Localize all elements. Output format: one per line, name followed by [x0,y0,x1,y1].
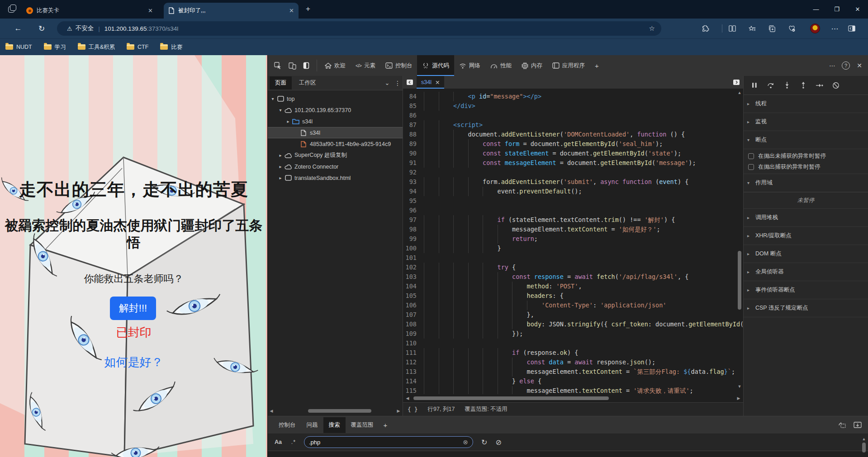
navigator-tab-workspace[interactable]: 工作区 [294,76,322,90]
devtools-tab-network[interactable]: 网络 [454,55,485,76]
drawer-tab-问题[interactable]: 问题 [301,417,323,433]
hide-navigator-icon[interactable] [403,76,417,89]
tree-item[interactable]: ▸translateSandbox.html [268,172,403,184]
pause-script-icon[interactable] [747,79,762,92]
line-number[interactable]: 106 [403,301,424,310]
line-number[interactable]: 94 [403,187,424,196]
bookmark-item-5[interactable]: 比赛 [160,43,182,51]
focus-mode-icon[interactable] [299,55,314,76]
browser-tab-1[interactable]: 比赛关卡 ✕ [22,3,157,19]
scroll-down-icon[interactable]: ▼ [737,384,742,389]
close-button[interactable]: ✕ [847,0,868,19]
devtools-close-icon[interactable]: ✕ [854,62,865,69]
scroll-up-icon[interactable]: ▲ [737,90,742,95]
tree-item[interactable]: 4853af90-1ff1-4b9e-a925-914c9 [268,138,403,150]
section-right-arrow-icon[interactable]: ▸ [747,119,752,124]
hint-link[interactable]: 如何是好？ [0,354,267,370]
bookmark-item-4[interactable]: CTF [127,44,148,50]
tree-right-arrow-icon[interactable]: ▸ [277,153,284,158]
tree-item[interactable]: ▾101.200.139.65:37370 [268,104,403,116]
line-number[interactable]: 87 [403,120,424,130]
line-number[interactable]: 110 [403,339,424,348]
line-number[interactable]: 84 [403,92,424,101]
editor-tab-close-icon[interactable]: ✕ [435,79,440,86]
debugger-section[interactable]: ▾断点 [744,131,868,149]
line-number[interactable]: 112 [403,358,424,367]
debugger-section[interactable]: ▸DOM 断点 [744,245,868,263]
extensions-puzzle-icon[interactable] [702,24,716,33]
results-vertical-scrollbar[interactable]: ▲ [861,437,867,457]
line-number[interactable]: 113 [403,367,424,377]
navigator-tab-page[interactable]: 页面 [270,76,292,90]
code-viewport[interactable]: 84<p id="message"></p>85</div>8687<scrip… [403,89,743,394]
kebab-menu-icon[interactable]: ⋮ [393,80,403,87]
inspect-element-icon[interactable] [270,55,285,76]
back-icon[interactable]: ← [12,23,24,34]
line-number[interactable]: 86 [403,111,424,120]
line-number[interactable]: 104 [403,282,424,291]
browser-tab-2-active[interactable]: 被封印了,,, ✕ [164,3,299,19]
tab2-close-icon[interactable]: ✕ [289,7,294,14]
search-input-value[interactable]: .php [309,439,463,446]
editor-tab-s34l[interactable]: s34l ✕ [417,76,444,89]
tree-item[interactable]: s34l [268,127,403,138]
devtools-tab-performance[interactable]: 性能 [485,55,517,76]
drawer-tab-覆盖范围[interactable]: 覆盖范围 [346,417,379,433]
section-right-arrow-icon[interactable]: ▸ [747,215,752,220]
match-case-toggle[interactable]: Aa [270,439,286,445]
line-number[interactable]: 90 [403,149,424,158]
clear-input-icon[interactable]: ⊗ [463,438,468,446]
favorites-icon[interactable] [749,25,762,33]
tree-item[interactable]: ▾top [268,93,403,104]
drawer-tab-控制台[interactable]: 控制台 [273,417,301,433]
line-number[interactable]: 89 [403,139,424,149]
browser-essentials-icon[interactable] [788,25,802,33]
scroll-left-icon[interactable]: ◀ [269,409,274,413]
tree-item[interactable]: ▸s34l [268,116,403,127]
unseal-button[interactable]: 解封!!! [110,297,156,320]
not-secure-label[interactable]: 不安全 [76,24,94,33]
debugger-section[interactable]: ▸XHR/提取断点 [744,227,868,245]
section-right-arrow-icon[interactable]: ▸ [747,101,752,106]
minimize-button[interactable]: — [806,0,826,19]
line-number[interactable]: 99 [403,234,424,244]
devtools-tab-sources[interactable]: 源代码 [417,55,454,76]
section-right-arrow-icon[interactable]: ▸ [747,287,752,292]
editor-horizontal-scrollbar[interactable]: ◀ ▶ [403,394,743,402]
line-number[interactable]: 101 [403,253,424,263]
scroll-right-icon[interactable]: ▶ [736,396,741,400]
hide-debugger-icon[interactable] [730,76,743,89]
url-host[interactable]: 101.200.139.65 [104,25,147,32]
tree-down-arrow-icon[interactable]: ▾ [270,96,276,101]
step-into-icon[interactable] [780,79,794,92]
tree-item[interactable]: ▸SuperCopy 超级复制 [268,150,403,161]
section-right-arrow-icon[interactable]: ▸ [747,233,752,238]
pause-on-exception-row[interactable]: 在抛出未捕获的异常时暂停 [744,151,868,161]
debugger-section[interactable]: ▸事件侦听器断点 [744,281,868,299]
line-number[interactable]: 102 [403,263,424,272]
clear-results-icon[interactable]: ⊘ [495,438,501,447]
devtools-tab-application[interactable]: 应用程序 [547,55,590,76]
tree-item[interactable]: ▸Zotero Connector [268,161,403,172]
favorite-star-icon[interactable]: ☆ [649,24,655,33]
line-number[interactable]: 96 [403,206,424,215]
devtools-help-icon[interactable]: ? [842,61,850,70]
line-number[interactable]: 103 [403,272,424,282]
sidebar-toggle-icon[interactable] [848,25,862,32]
dock-drawer-icon[interactable] [838,422,846,429]
debugger-section[interactable]: ▸调用堆栈 [744,209,868,227]
section-right-arrow-icon[interactable]: ▸ [747,269,752,274]
workspaces-icon[interactable] [8,5,17,14]
line-number[interactable]: 91 [403,158,424,168]
debugger-section[interactable]: ▾作用域 [744,174,868,192]
debugger-section[interactable]: ▸线程 [744,95,868,113]
pretty-print-icon[interactable]: { } [408,406,418,413]
section-right-arrow-icon[interactable]: ▸ [747,251,752,256]
profile-avatar[interactable] [808,24,822,33]
devtools-tab-elements[interactable]: </>元素 [351,55,380,76]
deactivate-breakpoints-icon[interactable] [829,79,843,92]
line-number[interactable]: 107 [403,310,424,320]
refresh-icon[interactable]: ↻ [36,23,47,34]
step-icon[interactable] [812,79,827,92]
expand-drawer-icon[interactable] [854,422,862,428]
